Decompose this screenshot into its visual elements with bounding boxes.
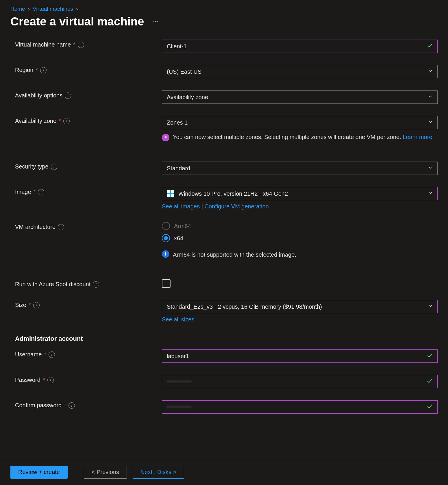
- info-icon[interactable]: i: [65, 92, 71, 99]
- security-type-label: Security type: [15, 163, 49, 170]
- availability-zone-label: Availability zone: [15, 118, 56, 124]
- password-label: Password: [15, 377, 40, 383]
- checkmark-icon: [426, 42, 433, 51]
- arch-x64-radio[interactable]: x64: [162, 234, 438, 242]
- chevron-right-icon: ›: [28, 6, 30, 12]
- info-icon[interactable]: i: [40, 67, 47, 73]
- availability-options-label: Availability options: [15, 92, 62, 99]
- review-create-button[interactable]: Review + create: [10, 466, 68, 479]
- region-label: Region: [15, 67, 33, 73]
- separator: |: [201, 203, 205, 210]
- see-all-images-link[interactable]: See all images: [162, 203, 200, 210]
- region-select[interactable]: (US) East US: [162, 65, 438, 78]
- arch-arm64-radio: Arm64: [162, 222, 438, 230]
- vm-name-label: Virtual machine name: [15, 41, 71, 48]
- required-asterisk: *: [34, 189, 36, 195]
- info-badge-icon: i: [162, 250, 169, 258]
- info-icon[interactable]: i: [38, 189, 44, 195]
- info-icon[interactable]: i: [69, 402, 75, 409]
- info-icon[interactable]: i: [49, 351, 55, 358]
- wizard-footer: Review + create < Previous Next : Disks …: [0, 459, 448, 485]
- info-icon[interactable]: i: [93, 281, 99, 288]
- spot-discount-checkbox[interactable]: [162, 279, 171, 288]
- image-label: Image: [15, 189, 31, 195]
- radio-icon: [162, 222, 170, 230]
- chevron-right-icon: ›: [76, 6, 78, 12]
- radio-icon: [162, 234, 170, 242]
- availability-zone-select[interactable]: Zones 1: [162, 116, 438, 129]
- checkmark-icon: [426, 403, 433, 411]
- username-input[interactable]: labuser1: [162, 349, 438, 363]
- required-asterisk: *: [44, 351, 46, 358]
- breadcrumb-virtual-machines[interactable]: Virtual machines: [33, 6, 73, 12]
- previous-button[interactable]: < Previous: [84, 466, 127, 479]
- checkmark-icon: [426, 377, 433, 386]
- breadcrumb: Home › Virtual machines ›: [0, 0, 448, 12]
- info-icon[interactable]: i: [58, 224, 64, 230]
- windows-icon: [167, 190, 174, 197]
- size-select[interactable]: Standard_E2s_v3 - 2 vcpus, 16 GiB memory…: [162, 300, 438, 313]
- required-asterisk: *: [29, 302, 31, 308]
- image-select[interactable]: Windows 10 Pro, version 21H2 - x64 Gen2: [162, 187, 438, 200]
- info-icon[interactable]: i: [78, 42, 84, 48]
- spot-discount-label: Run with Azure Spot discount: [15, 281, 90, 288]
- chevron-down-icon: [427, 165, 433, 172]
- vm-architecture-label: VM architecture: [15, 224, 55, 230]
- required-asterisk: *: [43, 377, 45, 383]
- chevron-down-icon: [427, 190, 433, 197]
- admin-account-heading: Administrator account: [15, 335, 438, 343]
- info-icon[interactable]: i: [47, 377, 54, 383]
- password-input[interactable]: •••••••••••••: [162, 375, 438, 388]
- arch-hint: i Arm64 is not supported with the select…: [162, 250, 438, 259]
- chevron-down-icon: [427, 303, 433, 310]
- required-asterisk: *: [73, 41, 75, 48]
- size-label: Size: [15, 302, 26, 308]
- see-all-sizes-link[interactable]: See all sizes: [162, 316, 194, 323]
- availability-options-select[interactable]: Availability zone: [162, 90, 438, 104]
- info-icon[interactable]: i: [51, 164, 57, 170]
- chevron-down-icon: [427, 68, 433, 75]
- security-type-select[interactable]: Standard: [162, 162, 438, 175]
- next-disks-button[interactable]: Next : Disks >: [133, 466, 184, 479]
- checkmark-icon: [426, 352, 433, 360]
- learn-more-link[interactable]: Learn more: [403, 134, 432, 140]
- zone-hint: You can now select multiple zones. Selec…: [162, 133, 438, 141]
- confirm-password-input[interactable]: •••••••••••••: [162, 400, 438, 414]
- chevron-down-icon: [427, 94, 433, 101]
- required-asterisk: *: [36, 67, 38, 73]
- confirm-password-label: Confirm password: [15, 402, 62, 409]
- username-label: Username: [15, 351, 42, 358]
- required-asterisk: *: [59, 118, 61, 124]
- page-title: Create a virtual machine ···: [0, 12, 448, 37]
- required-asterisk: *: [64, 402, 66, 409]
- info-icon[interactable]: i: [63, 118, 70, 124]
- info-icon[interactable]: i: [33, 302, 40, 308]
- rocket-icon: [162, 134, 169, 141]
- configure-vm-generation-link[interactable]: Configure VM generation: [205, 203, 269, 210]
- breadcrumb-home[interactable]: Home: [10, 6, 25, 12]
- more-actions-icon[interactable]: ···: [152, 18, 159, 25]
- vm-name-input[interactable]: Client-1: [162, 40, 438, 53]
- chevron-down-icon: [427, 119, 433, 126]
